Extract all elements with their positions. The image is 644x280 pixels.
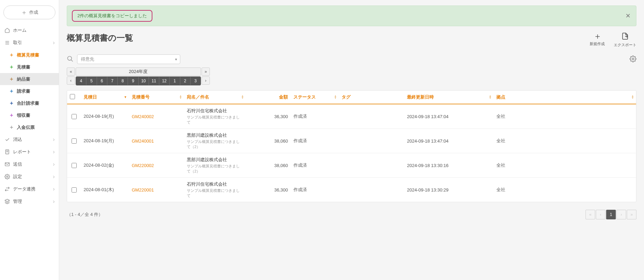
pager-next[interactable]: › (616, 210, 626, 219)
svg-point-12 (68, 56, 72, 60)
mail-icon (4, 162, 10, 167)
cell-date: 2024-08-19(月) (81, 129, 129, 153)
sidebar-item-invoice[interactable]: ＋ 請求書 (0, 85, 59, 97)
select-all-checkbox[interactable] (70, 94, 75, 99)
nav-report[interactable]: レポート (0, 146, 59, 158)
row-checkbox[interactable] (72, 138, 77, 144)
month-button[interactable]: 2 (180, 77, 191, 85)
list-icon (4, 40, 10, 45)
row-checkbox[interactable] (72, 163, 77, 168)
customer-select[interactable]: 得意先 (77, 54, 180, 64)
cell-amount: 38,060 (246, 153, 291, 177)
svg-line-13 (71, 60, 73, 61)
month-button[interactable]: 8 (118, 77, 128, 85)
filter-settings-button[interactable] (630, 55, 636, 63)
plus-icon: ＋ (9, 112, 14, 118)
pager-last[interactable]: » (627, 210, 636, 219)
sort-icon: ▲▼ (334, 95, 337, 99)
sidebar-item-rough-estimate[interactable]: ＋ 概算見積書 (0, 49, 59, 61)
estimate-number-link[interactable]: GM240002 (132, 114, 181, 119)
sidebar-item-delivery[interactable]: ＋ 納品書 (0, 73, 59, 85)
export-icon (621, 32, 629, 41)
month-button[interactable]: 1 (170, 77, 180, 85)
sidebar-item-receipt[interactable]: ＋ 領収書 (0, 109, 59, 121)
cell-status: 作成済 (291, 178, 339, 202)
month-prev-button[interactable]: ‹ (67, 76, 75, 85)
col-date[interactable]: 見積日▼ (81, 91, 129, 104)
month-button[interactable]: 10 (139, 77, 149, 85)
col-number[interactable]: 見積番号▲▼ (129, 91, 184, 104)
estimate-number-link[interactable]: GM220002 (132, 163, 181, 168)
month-button[interactable]: 6 (97, 77, 107, 85)
export-button[interactable]: エクスポート (614, 32, 636, 48)
sort-icon: ▲▼ (179, 95, 182, 99)
new-button[interactable]: ＋ 新規作成 (590, 32, 605, 46)
period-navigator: « 2024年度 » ‹ 456789101112123 › (67, 68, 210, 85)
svg-point-7 (7, 176, 8, 177)
banner-message: 2件の概算見積書をコピーしました (72, 10, 152, 22)
nav-home[interactable]: ホーム (0, 24, 59, 37)
cell-date: 2024-08-19(月) (81, 104, 129, 128)
month-button[interactable]: 7 (107, 77, 118, 85)
pager-first[interactable]: « (586, 210, 595, 219)
year-prev-button[interactable]: « (67, 68, 75, 76)
sidebar-item-estimate[interactable]: ＋ 見積書 (0, 61, 59, 73)
col-amount[interactable]: 金額▲▼ (246, 91, 291, 104)
cell-tag (339, 153, 404, 177)
estimate-number-link[interactable]: GM220001 (132, 187, 181, 193)
cell-status: 作成済 (291, 153, 339, 177)
col-updated[interactable]: 最終更新日時▲▼ (404, 91, 494, 104)
home-icon (4, 28, 10, 33)
sidebar-item-total-invoice[interactable]: ＋ 合計請求書 (0, 97, 59, 109)
col-addressee[interactable]: 宛名／件名▲▼ (184, 91, 246, 104)
cell-amount: 36,300 (246, 104, 291, 128)
pager-prev[interactable]: ‹ (596, 210, 605, 219)
table-row[interactable]: 2024-08-02(金)GM220002黒部川建設株式会社サンプル概算見積書に… (67, 153, 636, 178)
row-checkbox[interactable] (72, 114, 77, 119)
banner-close-button[interactable]: ✕ (624, 12, 631, 19)
table-row[interactable]: 2024-08-01(木)GM220001石狩川住宅株式会社サンプル概算見積書に… (67, 178, 636, 202)
month-button[interactable]: 5 (86, 77, 97, 85)
col-tag[interactable]: タグ (339, 91, 404, 104)
cell-date: 2024-08-01(木) (81, 178, 129, 202)
main-content: 2件の概算見積書をコピーしました ✕ 概算見積書の一覧 ＋ 新規作成 エクスポー… (59, 0, 644, 280)
cell-status: 作成済 (291, 104, 339, 128)
month-button[interactable]: 11 (149, 77, 159, 85)
estimates-table: 見積日▼ 見積番号▲▼ 宛名／件名▲▼ 金額▲▼ ステータス▲▼ タグ 最終更新… (67, 90, 636, 202)
row-checkbox[interactable] (72, 187, 77, 193)
month-button[interactable]: 12 (159, 77, 170, 85)
sidebar-item-deposit[interactable]: ＋ 入金伝票 (0, 121, 59, 133)
layers-icon (4, 199, 10, 204)
nav-transactions[interactable]: 取引 (0, 37, 59, 49)
plus-icon: ＋ (593, 32, 601, 40)
search-icon[interactable] (67, 55, 74, 63)
month-button[interactable]: 9 (128, 77, 138, 85)
year-next-button[interactable]: » (202, 68, 210, 76)
pager-page-1[interactable]: 1 (606, 210, 616, 219)
table-row[interactable]: 2024-08-19(月)GM240001黒部川建設株式会社サンプル概算見積書に… (67, 129, 636, 153)
col-base[interactable]: 拠点▲▼ (494, 91, 636, 104)
create-label: 作成 (29, 9, 38, 15)
cell-base: 全社 (494, 178, 636, 202)
estimate-number-link[interactable]: GM240001 (132, 138, 181, 144)
month-button[interactable]: 3 (191, 77, 201, 85)
swap-icon (4, 186, 10, 192)
plus-icon: ＋ (9, 88, 14, 94)
nav-clear[interactable]: 消込 (0, 133, 59, 146)
nav-settings[interactable]: 設定 (0, 170, 59, 183)
cell-tag (339, 178, 404, 202)
cell-addressee: 石狩川住宅株式会社サンプル概算見積書につきまして (184, 104, 246, 128)
col-status[interactable]: ステータス▲▼ (291, 91, 339, 104)
nav-data-link[interactable]: データ連携 (0, 183, 59, 195)
sort-desc-icon: ▼ (124, 95, 127, 99)
nav-send[interactable]: 送信 (0, 158, 59, 170)
month-next-button[interactable]: › (202, 76, 210, 85)
create-button[interactable]: ＋ 作成 (3, 6, 55, 19)
table-row[interactable]: 2024-08-19(月)GM240002石狩川住宅株式会社サンプル概算見積書に… (67, 104, 636, 129)
cell-base: 全社 (494, 153, 636, 177)
table-header: 見積日▼ 見積番号▲▼ 宛名／件名▲▼ 金額▲▼ ステータス▲▼ タグ 最終更新… (67, 91, 636, 104)
month-button[interactable]: 4 (76, 77, 86, 85)
nav-manage[interactable]: 管理 (0, 195, 59, 208)
cell-updated: 2024-09-18 13:30:16 (404, 153, 494, 177)
sort-icon: ▲▼ (241, 95, 244, 99)
